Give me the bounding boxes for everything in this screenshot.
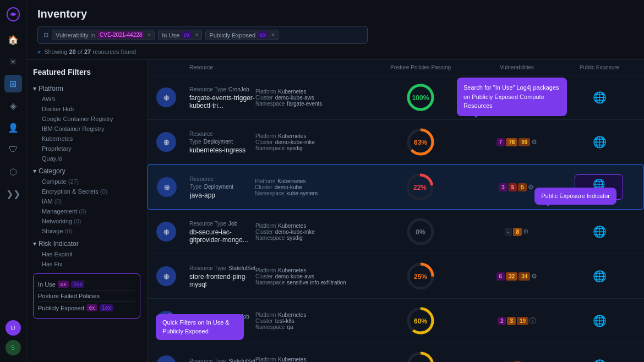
public-exposure: 🌐 <box>564 135 635 149</box>
table-row[interactable]: ⎈ Resource TypeStatefulSet store-fronten… <box>148 254 644 299</box>
filter-hasexploit[interactable]: Has Exploit <box>33 249 140 259</box>
filter-storage[interactable]: Storage (0) <box>33 226 140 236</box>
settings-icon[interactable]: ⚙ <box>528 183 534 191</box>
resource-name: store-frontend-ping-mysql <box>189 273 255 288</box>
risk-label: Risk Indicator <box>39 240 79 248</box>
qf-inuse[interactable]: In Use ex 1ex <box>38 278 135 290</box>
filter-key-vulnerability: Vulnerability <box>56 32 89 39</box>
resource-icon: ⎈ <box>156 222 176 242</box>
filter-iam[interactable]: IAM (0) <box>33 196 140 206</box>
resource-name: db-secure-iac-gitprovider-mongo... <box>189 228 255 244</box>
filter-encryption[interactable]: Encryption & Secrets (0) <box>33 187 140 196</box>
platform-section-header[interactable]: ▾ Platform <box>33 83 140 94</box>
category-section-header[interactable]: ▾ Category <box>33 166 140 177</box>
resource-icon: ⎈ <box>156 87 176 107</box>
risk-section: ▾ Risk Indicator Has Exploit Has Fix <box>33 238 140 269</box>
nav-user-icon[interactable]: 👤 <box>4 119 22 136</box>
vulnerabilities: 2 3 19 ⓘ <box>470 316 564 326</box>
app-logo <box>6 7 21 22</box>
svg-text:63%: 63% <box>414 139 427 146</box>
sidebar-filters: Featured Filters ▾ Platform AWS Docker H… <box>26 60 148 362</box>
left-navigation: 🏠 ✳ ⊞ ◈ 👤 🛡 ⬡ ❯❯ U S <box>0 0 26 362</box>
table-row[interactable]: ⎈ Resource TypeStatefulSet alertmanager … <box>148 343 644 362</box>
resource-meta: PlatformKubernetes Clusterdemo-kube-aws … <box>255 89 371 107</box>
settings-icon[interactable]: ⚙ <box>523 228 529 235</box>
filter-key-exposed: Publicly Exposed <box>209 32 255 39</box>
public-exposure: 🌐 <box>564 91 635 104</box>
filter-management[interactable]: Management (0) <box>33 206 140 216</box>
filter-proprietary[interactable]: Proprietary <box>33 144 140 153</box>
col-vuln: Vulnerabilities <box>470 64 564 70</box>
category-label: Category <box>39 167 66 175</box>
globe-icon: 🌐 <box>593 359 607 362</box>
filter-ex-inuse: ex <box>182 31 192 39</box>
filter-quay[interactable]: Quay.io <box>33 153 140 163</box>
settings-icon[interactable]: ⚙ <box>531 272 537 280</box>
nav-diamond-icon[interactable]: ◈ <box>4 97 22 114</box>
filter-close-vulnerability[interactable]: × <box>148 32 151 38</box>
vulnerabilities: 7 78 99 ⚙ <box>470 138 564 146</box>
nav-asterisk-icon[interactable]: ✳ <box>4 53 22 70</box>
filter-tag-vulnerability[interactable]: Vulnerability in CVE-2021-44228 × <box>52 30 155 40</box>
filter-close-exposed[interactable]: × <box>271 32 275 38</box>
posture-gauge: 60% <box>371 349 470 362</box>
filter-close-inuse[interactable]: × <box>195 32 199 38</box>
platform-arrow: ▾ <box>33 85 36 92</box>
table-row[interactable]: ⎈ Resource TypeDeployment kubernetes-ing… <box>148 120 644 164</box>
table-row[interactable]: ⎈ Resource TypeCronJob fargate-events-tr… <box>148 75 644 120</box>
resource-info: Resource TypeDeployment kubernetes-ingre… <box>189 130 255 154</box>
sidebar-title: Featured Filters <box>33 68 140 76</box>
search-bar[interactable]: ⊟ Vulnerability in CVE-2021-44228 × In U… <box>37 26 368 44</box>
filter-networking[interactable]: Networking (0) <box>33 216 140 226</box>
filter-compute[interactable]: Compute (27) <box>33 177 140 187</box>
resource-info: Resource TypeJob db-secure-iac-gitprovid… <box>189 220 255 244</box>
nav-expand-icon[interactable]: ❯❯ <box>4 185 22 202</box>
posture-gauge: 100% <box>371 81 470 114</box>
posture-gauge: 25% <box>371 260 470 293</box>
platform-label: Platform <box>39 85 63 92</box>
nav-shield-icon[interactable]: 🛡 <box>4 141 22 158</box>
settings-icon[interactable]: ⚙ <box>531 138 537 146</box>
filter-hasfix[interactable]: Has Fix <box>33 259 140 269</box>
filter-kubernetes[interactable]: Kubernetes <box>33 134 140 144</box>
resource-meta: PlatformKubernetes Clusterdemo-kube-mke … <box>255 133 371 151</box>
col-resource: Resource <box>189 64 255 70</box>
resource-info: Resource TypeCronJob fargate-events-trig… <box>189 85 255 109</box>
filter-dockerhub[interactable]: Docker Hub <box>33 104 140 114</box>
resource-name: java-app <box>190 191 255 199</box>
public-exposure: 🌐 <box>564 314 635 327</box>
nav-grid-icon[interactable]: ⊞ <box>4 75 22 92</box>
qf-exposed-label: Publicly Exposed <box>38 305 84 311</box>
filter-tag-exposed[interactable]: Publicly Exposed ex × <box>205 30 278 40</box>
filter-aws[interactable]: AWS <box>33 94 140 104</box>
svg-text:100%: 100% <box>412 94 429 102</box>
table-row[interactable]: ⎈ Resource TypeJob db-secure-iac-gitprov… <box>148 210 644 254</box>
filter-tag-inuse[interactable]: In Use ex × <box>158 30 202 40</box>
qf-inuse-badge: ex <box>58 281 69 288</box>
resource-info: Resource TypeStatefulSet store-frontend-… <box>189 264 255 288</box>
table-header: Resource Posture Policies Passing Vulner… <box>148 60 644 75</box>
col-meta <box>255 64 371 70</box>
risk-section-header[interactable]: ▾ Risk Indicator <box>33 238 140 249</box>
callout-public-exposure: Public Exposure Indicator <box>534 188 616 205</box>
svg-text:22%: 22% <box>413 184 427 191</box>
svg-text:60%: 60% <box>414 317 427 325</box>
resource-meta: PlatformKubernetes Clusterdemo-kube-aws … <box>255 267 371 286</box>
avatar[interactable]: U <box>6 320 21 336</box>
nav-home-icon[interactable]: 🏠 <box>4 31 22 48</box>
svg-text:25%: 25% <box>414 273 427 281</box>
filter-ibm[interactable]: IBM Container Registry <box>33 124 140 134</box>
qf-exposed[interactable]: Publicly Exposed ex 1ex <box>38 302 135 314</box>
resource-name: fargate-events-trigger-kubectl-tri... <box>189 94 255 109</box>
col-posture: Posture Policies Passing <box>371 64 470 70</box>
svg-text:0%: 0% <box>416 228 425 236</box>
callout-arrow <box>473 115 479 120</box>
callout-arrow-exposure <box>545 204 551 209</box>
content-area: Featured Filters ▾ Platform AWS Docker H… <box>26 60 644 362</box>
resource-icon: ⎈ <box>157 177 177 197</box>
filter-value-cve: CVE-2021-44228 <box>97 31 144 39</box>
qf-posture[interactable]: Posture Failed Policies <box>38 290 135 302</box>
filter-gcr[interactable]: Google Container Registry <box>33 114 140 124</box>
nav-hex-icon[interactable]: ⬡ <box>4 163 22 180</box>
resource-icon: ⎈ <box>156 355 176 362</box>
